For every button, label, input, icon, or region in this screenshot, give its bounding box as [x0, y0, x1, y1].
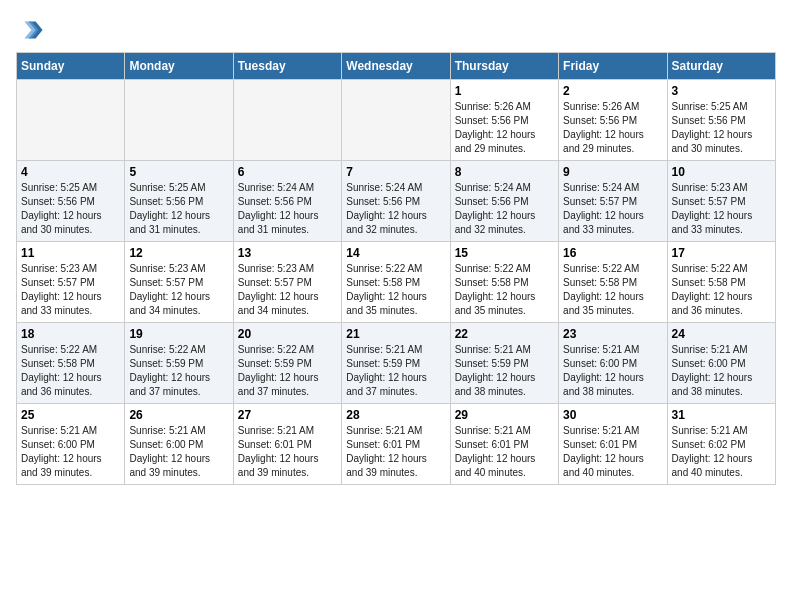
- day-info: Sunrise: 5:22 AM Sunset: 5:58 PM Dayligh…: [672, 262, 771, 318]
- calendar-table: SundayMondayTuesdayWednesdayThursdayFrid…: [16, 52, 776, 485]
- day-info: Sunrise: 5:21 AM Sunset: 6:01 PM Dayligh…: [346, 424, 445, 480]
- calendar-cell: 31Sunrise: 5:21 AM Sunset: 6:02 PM Dayli…: [667, 404, 775, 485]
- day-number: 15: [455, 246, 554, 260]
- day-number: 31: [672, 408, 771, 422]
- calendar-cell: [342, 80, 450, 161]
- page-header: [16, 16, 776, 44]
- day-info: Sunrise: 5:23 AM Sunset: 5:57 PM Dayligh…: [129, 262, 228, 318]
- calendar-header-row: SundayMondayTuesdayWednesdayThursdayFrid…: [17, 53, 776, 80]
- calendar-cell: 30Sunrise: 5:21 AM Sunset: 6:01 PM Dayli…: [559, 404, 667, 485]
- calendar-cell: 7Sunrise: 5:24 AM Sunset: 5:56 PM Daylig…: [342, 161, 450, 242]
- day-number: 8: [455, 165, 554, 179]
- calendar-cell: 19Sunrise: 5:22 AM Sunset: 5:59 PM Dayli…: [125, 323, 233, 404]
- day-number: 13: [238, 246, 337, 260]
- calendar-cell: 15Sunrise: 5:22 AM Sunset: 5:58 PM Dayli…: [450, 242, 558, 323]
- day-number: 19: [129, 327, 228, 341]
- day-number: 10: [672, 165, 771, 179]
- day-info: Sunrise: 5:21 AM Sunset: 6:00 PM Dayligh…: [672, 343, 771, 399]
- day-info: Sunrise: 5:21 AM Sunset: 6:00 PM Dayligh…: [563, 343, 662, 399]
- day-info: Sunrise: 5:21 AM Sunset: 6:00 PM Dayligh…: [21, 424, 120, 480]
- logo-icon: [16, 16, 44, 44]
- day-info: Sunrise: 5:21 AM Sunset: 6:01 PM Dayligh…: [563, 424, 662, 480]
- day-info: Sunrise: 5:24 AM Sunset: 5:57 PM Dayligh…: [563, 181, 662, 237]
- day-number: 6: [238, 165, 337, 179]
- week-row-2: 4Sunrise: 5:25 AM Sunset: 5:56 PM Daylig…: [17, 161, 776, 242]
- calendar-cell: 13Sunrise: 5:23 AM Sunset: 5:57 PM Dayli…: [233, 242, 341, 323]
- day-info: Sunrise: 5:22 AM Sunset: 5:58 PM Dayligh…: [455, 262, 554, 318]
- day-info: Sunrise: 5:24 AM Sunset: 5:56 PM Dayligh…: [455, 181, 554, 237]
- day-number: 12: [129, 246, 228, 260]
- day-header-thursday: Thursday: [450, 53, 558, 80]
- calendar-cell: 23Sunrise: 5:21 AM Sunset: 6:00 PM Dayli…: [559, 323, 667, 404]
- day-number: 16: [563, 246, 662, 260]
- day-number: 2: [563, 84, 662, 98]
- week-row-5: 25Sunrise: 5:21 AM Sunset: 6:00 PM Dayli…: [17, 404, 776, 485]
- calendar-cell: 24Sunrise: 5:21 AM Sunset: 6:00 PM Dayli…: [667, 323, 775, 404]
- day-info: Sunrise: 5:23 AM Sunset: 5:57 PM Dayligh…: [21, 262, 120, 318]
- calendar-cell: 27Sunrise: 5:21 AM Sunset: 6:01 PM Dayli…: [233, 404, 341, 485]
- day-number: 9: [563, 165, 662, 179]
- calendar-cell: [125, 80, 233, 161]
- day-info: Sunrise: 5:24 AM Sunset: 5:56 PM Dayligh…: [238, 181, 337, 237]
- calendar-cell: 21Sunrise: 5:21 AM Sunset: 5:59 PM Dayli…: [342, 323, 450, 404]
- calendar-cell: 28Sunrise: 5:21 AM Sunset: 6:01 PM Dayli…: [342, 404, 450, 485]
- day-number: 20: [238, 327, 337, 341]
- day-info: Sunrise: 5:22 AM Sunset: 5:59 PM Dayligh…: [129, 343, 228, 399]
- day-info: Sunrise: 5:22 AM Sunset: 5:59 PM Dayligh…: [238, 343, 337, 399]
- day-info: Sunrise: 5:26 AM Sunset: 5:56 PM Dayligh…: [563, 100, 662, 156]
- calendar-cell: 14Sunrise: 5:22 AM Sunset: 5:58 PM Dayli…: [342, 242, 450, 323]
- day-header-saturday: Saturday: [667, 53, 775, 80]
- calendar-cell: 18Sunrise: 5:22 AM Sunset: 5:58 PM Dayli…: [17, 323, 125, 404]
- calendar-cell: 1Sunrise: 5:26 AM Sunset: 5:56 PM Daylig…: [450, 80, 558, 161]
- day-number: 17: [672, 246, 771, 260]
- day-info: Sunrise: 5:25 AM Sunset: 5:56 PM Dayligh…: [672, 100, 771, 156]
- day-number: 22: [455, 327, 554, 341]
- calendar-cell: 26Sunrise: 5:21 AM Sunset: 6:00 PM Dayli…: [125, 404, 233, 485]
- day-header-wednesday: Wednesday: [342, 53, 450, 80]
- week-row-4: 18Sunrise: 5:22 AM Sunset: 5:58 PM Dayli…: [17, 323, 776, 404]
- calendar-cell: 25Sunrise: 5:21 AM Sunset: 6:00 PM Dayli…: [17, 404, 125, 485]
- day-number: 7: [346, 165, 445, 179]
- day-info: Sunrise: 5:22 AM Sunset: 5:58 PM Dayligh…: [346, 262, 445, 318]
- day-header-tuesday: Tuesday: [233, 53, 341, 80]
- day-number: 4: [21, 165, 120, 179]
- day-info: Sunrise: 5:22 AM Sunset: 5:58 PM Dayligh…: [21, 343, 120, 399]
- calendar-cell: 12Sunrise: 5:23 AM Sunset: 5:57 PM Dayli…: [125, 242, 233, 323]
- day-info: Sunrise: 5:21 AM Sunset: 6:01 PM Dayligh…: [455, 424, 554, 480]
- calendar-cell: 16Sunrise: 5:22 AM Sunset: 5:58 PM Dayli…: [559, 242, 667, 323]
- day-number: 26: [129, 408, 228, 422]
- day-number: 29: [455, 408, 554, 422]
- calendar-cell: 11Sunrise: 5:23 AM Sunset: 5:57 PM Dayli…: [17, 242, 125, 323]
- calendar-cell: 22Sunrise: 5:21 AM Sunset: 5:59 PM Dayli…: [450, 323, 558, 404]
- day-info: Sunrise: 5:21 AM Sunset: 6:02 PM Dayligh…: [672, 424, 771, 480]
- calendar-cell: 2Sunrise: 5:26 AM Sunset: 5:56 PM Daylig…: [559, 80, 667, 161]
- calendar-cell: [17, 80, 125, 161]
- day-info: Sunrise: 5:23 AM Sunset: 5:57 PM Dayligh…: [672, 181, 771, 237]
- day-number: 24: [672, 327, 771, 341]
- day-header-friday: Friday: [559, 53, 667, 80]
- logo: [16, 16, 48, 44]
- day-info: Sunrise: 5:24 AM Sunset: 5:56 PM Dayligh…: [346, 181, 445, 237]
- day-number: 1: [455, 84, 554, 98]
- day-number: 27: [238, 408, 337, 422]
- calendar-cell: 20Sunrise: 5:22 AM Sunset: 5:59 PM Dayli…: [233, 323, 341, 404]
- day-info: Sunrise: 5:25 AM Sunset: 5:56 PM Dayligh…: [21, 181, 120, 237]
- day-number: 23: [563, 327, 662, 341]
- calendar-cell: 3Sunrise: 5:25 AM Sunset: 5:56 PM Daylig…: [667, 80, 775, 161]
- day-number: 5: [129, 165, 228, 179]
- day-info: Sunrise: 5:21 AM Sunset: 5:59 PM Dayligh…: [455, 343, 554, 399]
- day-info: Sunrise: 5:21 AM Sunset: 6:00 PM Dayligh…: [129, 424, 228, 480]
- day-header-sunday: Sunday: [17, 53, 125, 80]
- day-info: Sunrise: 5:21 AM Sunset: 5:59 PM Dayligh…: [346, 343, 445, 399]
- calendar-cell: [233, 80, 341, 161]
- day-number: 30: [563, 408, 662, 422]
- calendar-cell: 4Sunrise: 5:25 AM Sunset: 5:56 PM Daylig…: [17, 161, 125, 242]
- day-info: Sunrise: 5:22 AM Sunset: 5:58 PM Dayligh…: [563, 262, 662, 318]
- calendar-cell: 5Sunrise: 5:25 AM Sunset: 5:56 PM Daylig…: [125, 161, 233, 242]
- week-row-1: 1Sunrise: 5:26 AM Sunset: 5:56 PM Daylig…: [17, 80, 776, 161]
- calendar-cell: 10Sunrise: 5:23 AM Sunset: 5:57 PM Dayli…: [667, 161, 775, 242]
- calendar-cell: 6Sunrise: 5:24 AM Sunset: 5:56 PM Daylig…: [233, 161, 341, 242]
- day-info: Sunrise: 5:26 AM Sunset: 5:56 PM Dayligh…: [455, 100, 554, 156]
- day-info: Sunrise: 5:23 AM Sunset: 5:57 PM Dayligh…: [238, 262, 337, 318]
- day-info: Sunrise: 5:25 AM Sunset: 5:56 PM Dayligh…: [129, 181, 228, 237]
